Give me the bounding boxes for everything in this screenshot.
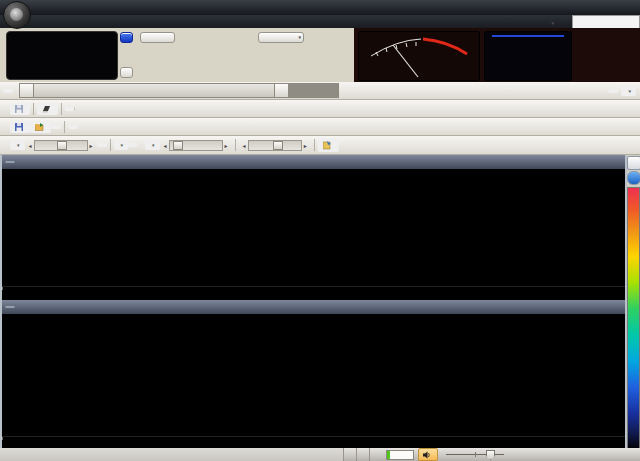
memory-status	[357, 448, 370, 461]
clock-divider	[492, 35, 564, 37]
scrollbar-thumb[interactable]	[34, 84, 274, 97]
band-button[interactable]	[140, 32, 175, 43]
scroll-left-icon[interactable]	[20, 84, 34, 97]
filter-organise-button[interactable]	[30, 121, 51, 133]
scope-low-dropdown[interactable]: ▾	[10, 140, 25, 150]
dsp-toggle[interactable]	[608, 89, 618, 93]
frequency-scrollbar[interactable]	[19, 83, 339, 98]
status-bar	[0, 448, 640, 461]
panel1-header[interactable]	[2, 155, 625, 169]
qmb-toolbar	[0, 100, 640, 118]
panel2-span-chip[interactable]	[5, 306, 15, 308]
waterfall-panel-wide	[0, 300, 627, 449]
waterfall-resolution-dropdown[interactable]: ▾	[145, 140, 160, 150]
organise-icon	[35, 123, 44, 131]
contrast-slider[interactable]: ◂▸	[241, 140, 309, 151]
save-icon	[15, 105, 23, 113]
cpu-status	[370, 448, 382, 461]
scope-low-slider[interactable]: ◂▸	[27, 140, 95, 151]
panel1-frequency-scale	[2, 286, 625, 300]
waterfall-display-vfo[interactable]	[2, 179, 625, 286]
sdr-radio-window: ▾ ▾	[0, 0, 640, 461]
quickbar-icon[interactable]	[34, 2, 48, 14]
af-gain-slider[interactable]	[446, 450, 504, 459]
app-logo-button[interactable]	[3, 1, 31, 29]
vfo-a-button[interactable]	[120, 32, 133, 43]
waterfall-resolution-slider[interactable]: ◂▸	[162, 140, 230, 151]
help-button[interactable]	[627, 171, 640, 185]
filter-cw-button[interactable]	[51, 125, 61, 129]
cpu-progress-bar	[386, 450, 414, 460]
save-icon	[15, 123, 23, 131]
scroll-right-icon[interactable]	[274, 84, 288, 97]
palette-icon	[323, 141, 332, 150]
waterfall-status	[344, 448, 357, 461]
band-keypad	[140, 32, 251, 43]
panel1-span-chip[interactable]	[5, 161, 15, 163]
frequency-display[interactable]	[6, 31, 118, 80]
speakers-selector[interactable]	[418, 448, 438, 461]
waterfall-colour-legend[interactable]	[627, 187, 640, 451]
options-menu[interactable]: ▾	[551, 17, 554, 27]
scope-level-button[interactable]	[97, 143, 107, 147]
waterfall-options-button[interactable]	[318, 139, 339, 152]
speaker-icon	[423, 451, 431, 459]
memory-button[interactable]	[120, 67, 133, 78]
filter-save-button[interactable]	[10, 121, 30, 133]
collapse-panel-button[interactable]	[627, 156, 640, 170]
control-panel: ▾	[0, 28, 640, 83]
freq-tick	[2, 287, 3, 290]
menu-bar: ▾	[0, 15, 640, 28]
waterfall-legend-sidebar	[627, 155, 640, 448]
toolbar-button[interactable]	[3, 89, 13, 93]
filter-width-button[interactable]	[68, 125, 78, 129]
main-toolbar: ▾	[0, 82, 640, 100]
panel2-header[interactable]	[2, 300, 625, 314]
filter-toolbar	[0, 118, 640, 136]
freq-tick	[2, 437, 3, 440]
qmb-save-button[interactable]	[10, 103, 30, 115]
qmb-erase-button[interactable]	[37, 103, 58, 115]
s-meter	[358, 31, 480, 81]
eraser-icon	[42, 105, 51, 113]
qmb-memory-button[interactable]	[65, 107, 75, 111]
scope-auto-button[interactable]	[128, 143, 138, 147]
title-bar	[0, 0, 640, 15]
waterfall-panel-vfo	[0, 155, 627, 300]
scrollbar-track[interactable]	[288, 84, 338, 97]
panel2-freq-range	[2, 314, 625, 324]
toolbar-dropdown[interactable]: ▾	[621, 86, 636, 96]
mode-button[interactable]: ▾	[258, 32, 304, 43]
status-hint	[0, 448, 344, 461]
waterfall-display-wide[interactable]	[2, 324, 625, 436]
scope-high-dropdown[interactable]: ▾	[114, 140, 129, 150]
quick-access-toolbar	[34, 2, 48, 14]
panel1-freq-range	[2, 169, 625, 179]
mode-selector: ▾	[258, 32, 353, 43]
scope-toolbar: ▾ ◂▸ ▾ ▾ ◂▸ ◂▸	[0, 136, 640, 155]
af-gain-thumb[interactable]	[486, 450, 495, 460]
clock-panel	[484, 31, 572, 81]
